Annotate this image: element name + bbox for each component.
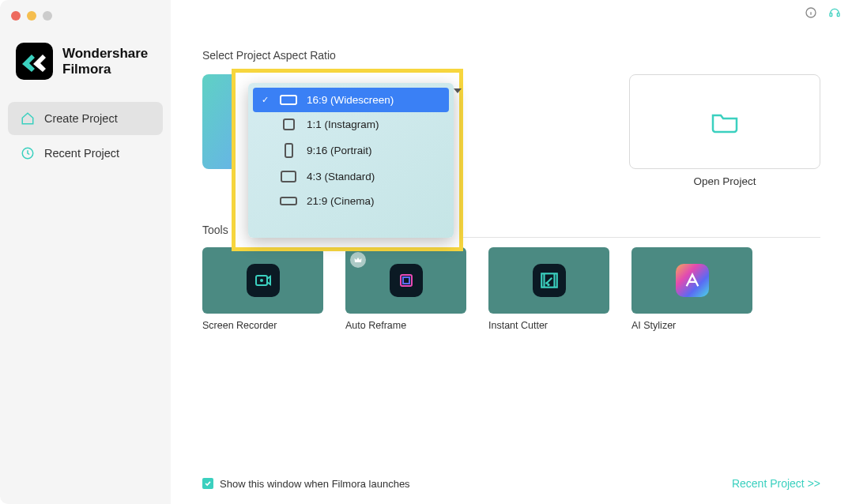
brand: Wondershare Filmora bbox=[0, 35, 171, 102]
tool-instant-cutter[interactable]: Instant Cutter bbox=[488, 247, 609, 331]
open-project-tile bbox=[629, 74, 820, 169]
tool-auto-reframe[interactable]: Auto Reframe bbox=[345, 247, 466, 331]
ratio-1-1-icon bbox=[280, 118, 297, 130]
brand-line2: Filmora bbox=[62, 62, 148, 77]
checkbox-checked-icon bbox=[202, 478, 213, 489]
dropdown-option-label: 9:16 (Portrait) bbox=[307, 145, 372, 156]
sidebar: Wondershare Filmora Create Project Recen… bbox=[0, 0, 171, 504]
window-controls bbox=[0, 6, 171, 35]
ratio-21-9-icon bbox=[280, 197, 297, 205]
open-project-label: Open Project bbox=[629, 175, 820, 187]
dropdown-option-9-16[interactable]: ✓ 9:16 (Portrait) bbox=[253, 137, 449, 164]
dropdown-option-21-9[interactable]: ✓ 21:9 (Cinema) bbox=[253, 189, 449, 213]
sidebar-nav: Create Project Recent Project bbox=[0, 102, 171, 170]
screen-recorder-icon bbox=[247, 264, 280, 297]
app-window: Wondershare Filmora Create Project Recen… bbox=[0, 0, 852, 504]
dropdown-option-4-3[interactable]: ✓ 4:3 (Standard) bbox=[253, 164, 449, 189]
dropdown-option-label: 21:9 (Cinema) bbox=[307, 195, 375, 207]
clock-icon bbox=[21, 146, 35, 160]
sidebar-item-label: Recent Project bbox=[44, 147, 119, 160]
ratio-4-3-icon bbox=[280, 171, 297, 182]
dropdown-option-1-1[interactable]: ✓ 1:1 (Instagram) bbox=[253, 112, 449, 137]
sidebar-item-label: Create Project bbox=[44, 112, 118, 125]
brand-line1: Wondershare bbox=[62, 46, 148, 62]
recent-project-link[interactable]: Recent Project >> bbox=[732, 477, 820, 490]
sidebar-item-recent-project[interactable]: Recent Project bbox=[8, 137, 163, 170]
minimize-window-button[interactable] bbox=[27, 11, 36, 21]
check-icon: ✓ bbox=[259, 95, 270, 105]
svg-rect-8 bbox=[403, 277, 409, 284]
tools-row: Screen Recorder Auto Reframe bbox=[202, 247, 820, 331]
auto-reframe-icon bbox=[390, 264, 423, 297]
ratio-16-9-icon bbox=[280, 95, 297, 105]
dropdown-option-16-9[interactable]: ✓ 16:9 (Widescreen) bbox=[253, 88, 449, 112]
svg-rect-2 bbox=[830, 13, 832, 17]
dropdown-option-label: 4:3 (Standard) bbox=[307, 171, 375, 182]
svg-point-11 bbox=[547, 284, 549, 286]
aspect-ratio-dropdown[interactable]: ✓ 16:9 (Widescreen) ✓ 1:1 (Instagram) ✓ … bbox=[248, 83, 454, 238]
aspect-ratio-dropdown-highlight: ✓ 16:9 (Widescreen) ✓ 1:1 (Instagram) ✓ … bbox=[232, 69, 463, 251]
separator bbox=[425, 237, 820, 238]
tool-label: Auto Reframe bbox=[345, 320, 466, 331]
folder-icon bbox=[708, 105, 741, 138]
ratio-9-16-icon bbox=[280, 143, 297, 158]
svg-point-6 bbox=[260, 279, 263, 282]
footer: Show this window when Filmora launches R… bbox=[171, 477, 852, 490]
dropdown-option-label: 1:1 (Instagram) bbox=[307, 118, 379, 130]
brand-text: Wondershare Filmora bbox=[62, 46, 148, 77]
close-window-button[interactable] bbox=[11, 11, 21, 21]
instant-cutter-icon bbox=[533, 264, 566, 297]
sidebar-item-create-project[interactable]: Create Project bbox=[8, 102, 163, 135]
crown-icon bbox=[350, 252, 366, 268]
brand-logo bbox=[16, 43, 53, 80]
tool-ai-stylizer[interactable]: AI Stylizer bbox=[631, 247, 752, 331]
open-project-card[interactable]: Open Project bbox=[629, 74, 820, 187]
home-icon bbox=[21, 111, 35, 126]
maximize-window-button[interactable] bbox=[43, 11, 52, 21]
svg-rect-3 bbox=[837, 13, 839, 17]
info-icon[interactable] bbox=[805, 6, 817, 19]
tool-screen-recorder[interactable]: Screen Recorder bbox=[202, 247, 323, 331]
tool-label: AI Stylizer bbox=[631, 320, 752, 331]
checkbox-label: Show this window when Filmora launches bbox=[220, 478, 410, 490]
ai-stylizer-icon bbox=[676, 264, 709, 297]
support-icon[interactable] bbox=[828, 6, 841, 19]
show-on-launch-checkbox[interactable]: Show this window when Filmora launches bbox=[202, 478, 410, 490]
dropdown-option-label: 16:9 (Widescreen) bbox=[307, 94, 394, 106]
tool-label: Screen Recorder bbox=[202, 320, 323, 331]
section-label-aspect-ratio: Select Project Aspect Ratio bbox=[202, 0, 820, 74]
tool-label: Instant Cutter bbox=[488, 320, 609, 331]
top-right-controls bbox=[805, 6, 841, 19]
